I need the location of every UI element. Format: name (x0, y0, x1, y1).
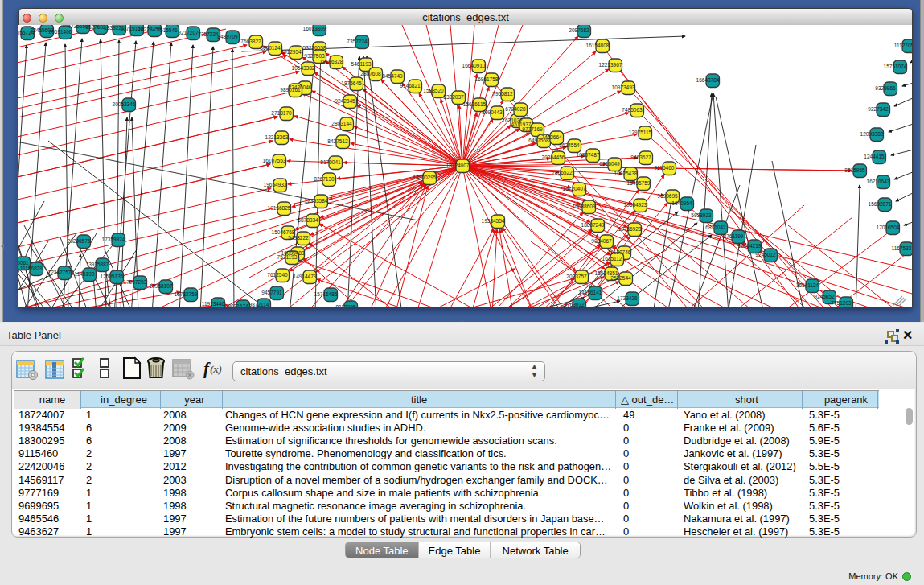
svg-text:10025438: 10025438 (614, 171, 638, 176)
svg-text:1733426: 1733426 (617, 295, 638, 301)
svg-text:8170041: 8170041 (320, 159, 341, 165)
svg-text:15626115: 15626115 (463, 101, 487, 107)
svg-text:10973493: 10973493 (612, 84, 635, 90)
svg-text:9699695: 9699695 (657, 193, 678, 199)
svg-text:16782759: 16782759 (175, 291, 198, 297)
svg-text:1875645: 1875645 (341, 80, 362, 86)
svg-text:7866522: 7866522 (552, 170, 573, 175)
svg-text:20364456: 20364456 (542, 154, 565, 160)
svg-text:9463627: 9463627 (630, 154, 651, 160)
svg-text:9245012: 9245012 (755, 252, 776, 257)
svg-text:2718170: 2718170 (271, 110, 292, 116)
svg-text:16033809: 16033809 (303, 26, 326, 31)
svg-text:17359924: 17359924 (102, 237, 125, 242)
svg-text:8489709: 8489709 (217, 34, 238, 39)
svg-text:19166825: 19166825 (268, 205, 291, 211)
svg-text:15720407: 15720407 (563, 186, 586, 192)
svg-text:8150061: 8150061 (18, 260, 29, 266)
svg-text:(x): (x) (210, 363, 222, 375)
svg-text:12213363: 12213363 (265, 134, 289, 140)
svg-text:9031674: 9031674 (228, 303, 248, 307)
svg-text:2803144: 2803144 (331, 121, 352, 126)
svg-text:15046768: 15046768 (272, 229, 295, 235)
svg-text:6794028: 6794028 (505, 106, 526, 112)
svg-text:8215955: 8215955 (844, 167, 865, 173)
svg-text:53226058: 53226058 (303, 45, 326, 51)
svg-text:9245652: 9245652 (814, 294, 835, 299)
svg-text:10688609: 10688609 (573, 204, 596, 209)
svg-text:8322037: 8322037 (443, 94, 464, 100)
svg-text:7663822: 7663822 (240, 39, 261, 44)
svg-text:16961758: 16961758 (475, 76, 499, 82)
svg-text:12342757: 12342757 (48, 270, 72, 275)
svg-text:7485063: 7485063 (622, 107, 643, 113)
svg-text:2867608: 2867608 (360, 71, 381, 76)
svg-text:18300295: 18300295 (413, 175, 437, 180)
svg-text:6216049: 6216049 (599, 161, 620, 167)
svg-text:2087682: 2087682 (569, 27, 589, 33)
svg-text:18724007: 18724007 (446, 163, 470, 168)
svg-text:7357224: 7357224 (347, 39, 368, 44)
svg-text:7751203: 7751203 (831, 300, 852, 306)
svg-text:19384554: 19384554 (482, 218, 505, 224)
svg-text:16640910: 16640910 (462, 63, 486, 68)
svg-text:3624554: 3624554 (559, 142, 580, 148)
svg-text:16648784: 16648784 (696, 77, 720, 83)
svg-text:19654933: 19654933 (264, 182, 287, 187)
svg-text:20691406: 20691406 (49, 29, 72, 35)
svg-text:19654923: 19654923 (624, 202, 647, 208)
svg-text:12353584: 12353584 (305, 198, 328, 204)
svg-text:7571193: 7571193 (277, 254, 298, 260)
svg-text:1527602: 1527602 (85, 25, 106, 30)
svg-text:10756928: 10756928 (618, 226, 642, 232)
svg-text:9763032: 9763032 (564, 302, 585, 307)
svg-text:10064219: 10064219 (738, 243, 762, 249)
svg-text:7955812: 7955812 (492, 91, 513, 97)
svg-text:1112705: 1112705 (894, 43, 912, 48)
svg-text:9327503: 9327503 (304, 53, 325, 59)
svg-text:15751074: 15751074 (884, 64, 907, 69)
svg-text:16495759: 16495759 (627, 180, 651, 186)
svg-text:9777169: 9777169 (522, 126, 543, 132)
svg-text:8454749: 8454749 (382, 73, 403, 79)
svg-text:9890161: 9890161 (280, 87, 301, 93)
svg-text:12975115: 12975115 (629, 130, 652, 135)
svg-text:7357224: 7357224 (198, 31, 219, 37)
svg-text:9457791: 9457791 (261, 290, 282, 295)
svg-text:10807487: 10807487 (577, 152, 600, 158)
svg-text:1615112: 1615112 (602, 256, 622, 262)
svg-text:15716485: 15716485 (314, 291, 338, 297)
svg-text:12213967: 12213967 (599, 62, 622, 68)
svg-text:5938923: 5938923 (691, 212, 712, 218)
svg-text:9084067: 9084067 (591, 238, 612, 244)
svg-text:7612540: 7612540 (267, 272, 288, 278)
svg-text:8660124: 8660124 (260, 45, 281, 51)
svg-text:8990443: 8990443 (482, 109, 503, 115)
svg-text:9146821: 9146821 (400, 83, 421, 89)
svg-text:9329966: 9329966 (875, 85, 896, 91)
svg-text:11156829: 11156829 (20, 266, 43, 271)
svg-text:10958107: 10958107 (150, 283, 173, 289)
svg-text:12505135: 12505135 (101, 274, 124, 279)
svg-text:16541124: 16541124 (796, 282, 819, 288)
svg-text:1588520: 1588520 (423, 88, 444, 93)
svg-text:12093382: 12093382 (860, 131, 884, 137)
svg-text:2023757: 2023757 (566, 274, 587, 279)
svg-text:1145193: 1145193 (75, 271, 95, 277)
svg-text:13975887: 13975887 (86, 262, 109, 267)
svg-text:7515546: 7515546 (157, 27, 178, 33)
svg-text:6871042: 6871042 (705, 225, 726, 230)
svg-text:1244415: 1244415 (864, 154, 885, 159)
svg-text:1167533: 1167533 (892, 245, 912, 251)
svg-text:8761199: 8761199 (724, 233, 744, 239)
svg-text:2522544: 2522544 (610, 275, 631, 281)
svg-text:9872114: 9872114 (249, 302, 269, 307)
svg-text:18807249: 18807249 (581, 222, 605, 228)
svg-text:8267130: 8267130 (314, 176, 335, 182)
svg-text:11923446: 11923446 (202, 301, 225, 307)
svg-text:15692871: 15692871 (869, 201, 892, 207)
svg-text:20206575: 20206575 (68, 238, 91, 244)
svg-text:16107553: 16107553 (263, 158, 286, 163)
svg-text:8113205: 8113205 (336, 304, 356, 307)
svg-text:7462664: 7462664 (541, 134, 562, 140)
